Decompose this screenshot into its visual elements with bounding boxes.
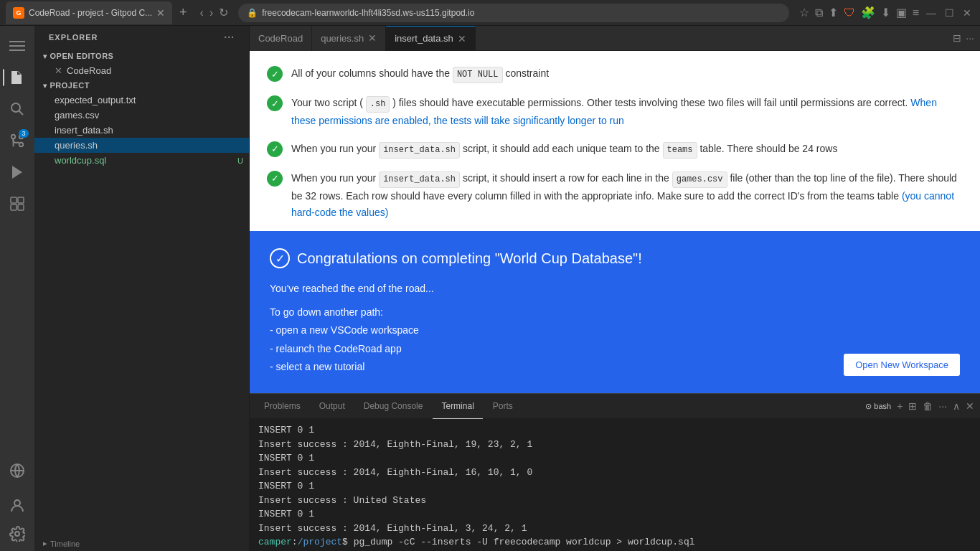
- svg-rect-2: [9, 50, 25, 51]
- terminal-tab-ports[interactable]: Ports: [484, 394, 522, 419]
- terminal-line: Insert success : 2014, Eighth-Final, 3, …: [258, 522, 971, 536]
- run-activity-item[interactable]: [3, 158, 32, 187]
- tab-insert-data[interactable]: insert_data.sh ✕: [386, 26, 476, 51]
- terminal-tab-problems[interactable]: Problems: [255, 394, 309, 419]
- check-item-1: ✓ All of your columns should have the NO…: [267, 65, 963, 83]
- tab-coderoad[interactable]: CodeRoad: [250, 26, 312, 51]
- minimize-button[interactable]: —: [923, 7, 939, 19]
- output-label: Output: [319, 401, 345, 411]
- new-tab-button[interactable]: +: [176, 5, 190, 20]
- close-icon[interactable]: ✕: [55, 65, 62, 76]
- terminal-tab-output[interactable]: Output: [311, 394, 354, 419]
- browser-tab[interactable]: G CodeRoad - project - Gitpod C... ✕: [6, 1, 172, 24]
- prompt-path: /project: [298, 535, 342, 550]
- terminal-line: INSERT 0 1: [258, 423, 971, 438]
- terminal-prompt-1: camper: /project$ pg_dump -cC --inserts …: [258, 535, 971, 550]
- sidebar-browser-icon[interactable]: ▣: [896, 6, 907, 19]
- menu-activity-item[interactable]: [3, 32, 32, 60]
- terminal-area: Problems Output Debug Console Terminal P…: [250, 393, 980, 551]
- extensions-activity-item[interactable]: [3, 189, 32, 218]
- terminal-maximize-icon[interactable]: ∧: [953, 400, 960, 412]
- settings-activity-item[interactable]: [3, 522, 32, 551]
- maximize-button[interactable]: ☐: [942, 7, 957, 19]
- terminal-tab-terminal[interactable]: Terminal: [433, 394, 482, 419]
- check-text-1: All of your columns should have the NOT …: [291, 65, 963, 83]
- downloads-icon[interactable]: ⬇: [881, 6, 890, 19]
- editor-content-area: ✓ All of your columns should have the NO…: [250, 51, 980, 393]
- file-insert-data[interactable]: insert_data.sh: [34, 123, 249, 138]
- tab-close-button[interactable]: ✕: [156, 7, 165, 19]
- share-icon[interactable]: ⬆: [829, 6, 838, 19]
- code-teams: teams: [663, 142, 697, 159]
- file-name-text: insert_data.sh: [55, 125, 113, 136]
- svg-point-17: [14, 500, 20, 506]
- browser-bar: G CodeRoad - project - Gitpod C... ✕ + ‹…: [0, 0, 980, 26]
- back-button[interactable]: ‹: [200, 6, 204, 19]
- terminal-line: INSERT 0 1: [258, 507, 971, 522]
- tab-label: insert_data.sh: [395, 33, 453, 44]
- tab-manager-icon[interactable]: ⧉: [815, 6, 823, 19]
- svg-point-7: [11, 135, 16, 139]
- terminal-line: Insert success : United States: [258, 494, 971, 508]
- project-section[interactable]: ▾ Project: [34, 78, 249, 93]
- completion-header: ✓ Congratulations on completing "World C…: [270, 248, 960, 268]
- vscode-layout: 3 Explorer ··· ▾ Open Editors ✕: [0, 26, 980, 551]
- sidebar: Explorer ··· ▾ Open Editors ✕ CodeRoad ▾…: [34, 26, 250, 551]
- search-activity-item[interactable]: [3, 95, 32, 123]
- explorer-activity-item[interactable]: [3, 63, 32, 92]
- brave-shield-icon[interactable]: 🛡: [844, 6, 855, 19]
- check-text-4: When you run your insert_data.sh script,…: [291, 170, 963, 220]
- sidebar-actions[interactable]: ···: [224, 32, 235, 43]
- bookmark-icon[interactable]: ☆: [799, 6, 809, 19]
- file-games-csv[interactable]: games.csv: [34, 108, 249, 123]
- window-controls: — ☐ ✕: [923, 7, 974, 19]
- more-actions-icon[interactable]: ···: [966, 32, 974, 44]
- file-worldcup-sql[interactable]: worldcup.sql U: [34, 153, 249, 168]
- terminal-content: INSERT 0 1 Insert success : 2014, Eighth…: [250, 419, 980, 551]
- activity-bar: 3: [0, 26, 34, 551]
- file-queries[interactable]: queries.sh: [34, 138, 249, 153]
- browser-action-buttons: ☆ ⧉ ⬆ 🛡 🧩 ⬇ ▣ ≡: [799, 6, 919, 19]
- svg-marker-11: [12, 166, 22, 179]
- new-terminal-icon[interactable]: +: [897, 400, 903, 412]
- completion-banner: ✓ Congratulations on completing "World C…: [250, 231, 980, 393]
- source-control-badge: 3: [19, 129, 29, 138]
- address-bar[interactable]: 🔒 freecodecam-learnworldc-lhft4li35sd.ws…: [238, 4, 788, 22]
- terminal-close-icon[interactable]: ✕: [966, 400, 974, 412]
- check-text-3: When you run your insert_data.sh script,…: [291, 141, 963, 159]
- close-window-button[interactable]: ✕: [960, 7, 974, 19]
- forward-button[interactable]: ›: [209, 6, 213, 19]
- code-insert-data-3: insert_data.sh: [379, 142, 460, 159]
- tab-close-icon[interactable]: ✕: [458, 33, 466, 44]
- coderoad-panel: ✓ All of your columns should have the NO…: [250, 51, 980, 231]
- terminal-trash-icon[interactable]: 🗑: [923, 400, 933, 412]
- tab-queries[interactable]: queries.sh ✕: [312, 26, 386, 51]
- bash-label: ⊙ bash: [865, 402, 891, 411]
- terminal-tab-debug[interactable]: Debug Console: [355, 394, 432, 419]
- split-editor-icon[interactable]: ⊟: [953, 32, 961, 44]
- timeline-arrow: ▸: [43, 539, 47, 548]
- remote-activity-item[interactable]: [3, 459, 32, 488]
- check-icon-2: ✓: [267, 95, 283, 111]
- open-new-workspace-button[interactable]: Open New Workspace: [844, 354, 960, 376]
- account-activity-item[interactable]: [3, 491, 32, 519]
- open-editors-section[interactable]: ▾ Open Editors: [34, 49, 249, 63]
- tab-favicon: G: [13, 7, 24, 19]
- source-control-activity-item[interactable]: 3: [3, 126, 32, 155]
- open-file-coderoad[interactable]: ✕ CodeRoad: [34, 63, 249, 78]
- svg-line-6: [19, 111, 24, 116]
- extensions-browser-icon[interactable]: 🧩: [861, 6, 875, 19]
- timeline-section[interactable]: ▸ Timeline: [34, 536, 249, 551]
- tab-close-icon[interactable]: ✕: [368, 32, 377, 44]
- menu-browser-icon[interactable]: ≡: [913, 6, 919, 19]
- main-editor: CodeRoad queries.sh ✕ insert_data.sh ✕ ⊟…: [250, 26, 980, 551]
- open-editors-arrow: ▾: [43, 52, 47, 60]
- timeline-label: Timeline: [50, 540, 80, 548]
- ports-label: Ports: [493, 401, 513, 411]
- terminal-more-icon[interactable]: ···: [938, 400, 947, 412]
- file-expected-output[interactable]: expected_output.txt: [34, 93, 249, 108]
- terminal-split-icon[interactable]: ⊞: [908, 400, 917, 412]
- editor-tab-bar: CodeRoad queries.sh ✕ insert_data.sh ✕ ⊟…: [250, 26, 980, 51]
- reload-button[interactable]: ↻: [219, 6, 228, 19]
- tab-label: queries.sh: [321, 33, 364, 44]
